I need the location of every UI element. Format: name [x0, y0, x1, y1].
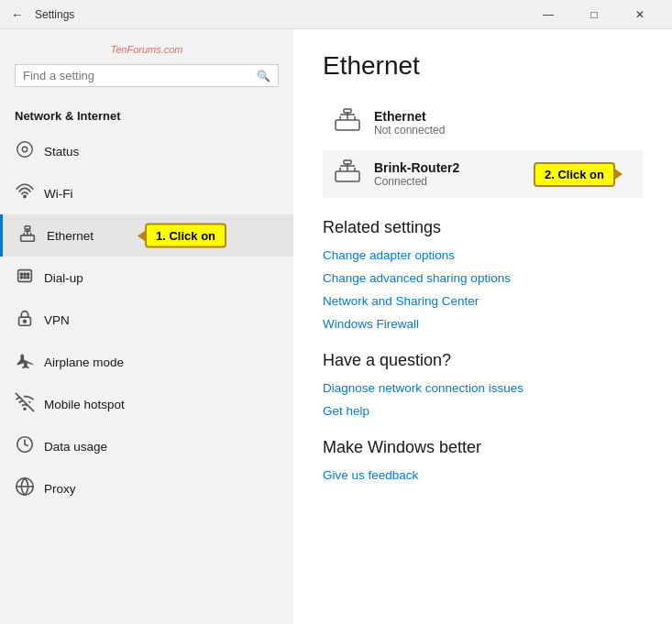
svg-rect-36 — [344, 160, 351, 164]
svg-rect-29 — [344, 109, 351, 113]
vpn-icon — [15, 308, 33, 332]
sharing-center-link[interactable]: Network and Sharing Center — [323, 294, 643, 308]
sidebar-item-data-label: Data usage — [44, 440, 107, 454]
hotspot-icon — [15, 392, 33, 416]
sidebar-item-vpn[interactable]: VPN — [0, 299, 293, 341]
sidebar-item-wifi[interactable]: Wi-Fi — [0, 172, 293, 214]
minimize-button[interactable]: — — [527, 0, 569, 29]
diagnose-link[interactable]: Diagnose network connection issues — [323, 381, 643, 395]
svg-point-18 — [24, 320, 27, 323]
status-icon — [15, 139, 33, 163]
dialup-icon — [15, 266, 33, 290]
get-help-link[interactable]: Get help — [323, 404, 643, 418]
sidebar: TenForums.com 🔍 Network & Internet Statu… — [0, 29, 293, 624]
ethernet-icon — [17, 224, 36, 247]
svg-point-13 — [28, 273, 29, 275]
sidebar-item-airplane[interactable]: Airplane mode — [0, 341, 293, 383]
svg-point-19 — [24, 408, 26, 410]
titlebar: ← Settings — □ ✕ — [0, 0, 672, 29]
svg-point-16 — [28, 277, 29, 279]
sidebar-item-proxy-label: Proxy — [44, 482, 76, 496]
svg-point-14 — [20, 277, 22, 279]
change-sharing-link[interactable]: Change advanced sharing options — [323, 271, 643, 285]
callout-router: 2. Click on — [534, 162, 615, 187]
ethernet-disconnected-status: Not connected — [374, 124, 445, 137]
sidebar-item-vpn-label: VPN — [44, 313, 70, 327]
svg-rect-30 — [336, 171, 359, 181]
sidebar-item-airplane-label: Airplane mode — [44, 356, 124, 369]
svg-rect-9 — [25, 226, 30, 230]
sidebar-item-proxy[interactable]: Proxy — [0, 467, 293, 509]
svg-point-2 — [24, 195, 26, 197]
svg-point-1 — [22, 147, 28, 152]
page-title: Ethernet — [323, 51, 643, 81]
sidebar-item-status[interactable]: Status — [0, 130, 293, 172]
svg-point-12 — [24, 273, 26, 275]
network-card-ethernet[interactable]: Ethernet Not connected — [323, 99, 643, 147]
router-status: Connected — [374, 175, 459, 188]
titlebar-title: Settings — [35, 8, 527, 21]
related-settings-heading: Related settings — [323, 218, 643, 237]
make-better-heading: Make Windows better — [323, 438, 643, 457]
svg-point-15 — [24, 277, 26, 279]
svg-rect-23 — [336, 120, 359, 130]
ethernet-disconnected-icon — [334, 108, 361, 137]
router-info: Brink-Router2 Connected — [374, 160, 459, 188]
firewall-link[interactable]: Windows Firewall — [323, 317, 643, 331]
data-icon — [15, 434, 33, 458]
sidebar-item-hotspot[interactable]: Mobile hotspot — [0, 383, 293, 425]
watermark: TenForums.com — [15, 44, 279, 55]
callout-ethernet: 1. Click on — [145, 224, 226, 248]
wifi-icon — [15, 181, 33, 205]
sidebar-item-wifi-label: Wi-Fi — [44, 187, 72, 201]
router-name: Brink-Router2 — [374, 160, 459, 175]
router-icon — [334, 159, 361, 189]
change-adapter-link[interactable]: Change adapter options — [323, 248, 643, 262]
feedback-link[interactable]: Give us feedback — [323, 468, 643, 482]
sidebar-item-status-label: Status — [44, 145, 79, 159]
proxy-icon — [15, 476, 33, 500]
ethernet-disconnected-info: Ethernet Not connected — [374, 109, 445, 137]
svg-point-0 — [17, 142, 33, 158]
svg-rect-3 — [21, 235, 35, 241]
svg-point-11 — [20, 273, 22, 275]
question-heading: Have a question? — [323, 351, 643, 370]
airplane-icon — [15, 350, 33, 374]
sidebar-item-ethernet-label: Ethernet — [47, 229, 94, 243]
search-box[interactable]: 🔍 — [15, 64, 279, 87]
ethernet-disconnected-name: Ethernet — [374, 109, 445, 124]
sidebar-item-hotspot-label: Mobile hotspot — [44, 398, 125, 411]
sidebar-item-dialup-label: Dial-up — [44, 271, 83, 285]
sidebar-item-data[interactable]: Data usage — [0, 425, 293, 467]
sidebar-section-title: Network & Internet — [0, 105, 293, 130]
sidebar-item-dialup[interactable]: Dial-up — [0, 257, 293, 299]
search-input[interactable] — [23, 69, 257, 82]
main-panel: Ethernet Ethernet Not connected — [293, 29, 672, 624]
search-icon: 🔍 — [257, 70, 270, 82]
back-button[interactable]: ← — [11, 7, 24, 22]
sidebar-item-ethernet[interactable]: Ethernet 1. Click on — [0, 214, 293, 257]
app-container: TenForums.com 🔍 Network & Internet Statu… — [0, 29, 672, 624]
sidebar-header: TenForums.com 🔍 — [0, 29, 293, 105]
maximize-button[interactable]: □ — [573, 0, 615, 29]
titlebar-controls: — □ ✕ — [527, 0, 661, 29]
close-button[interactable]: ✕ — [619, 0, 661, 29]
network-card-router[interactable]: Brink-Router2 Connected 2. Click on — [323, 150, 643, 198]
